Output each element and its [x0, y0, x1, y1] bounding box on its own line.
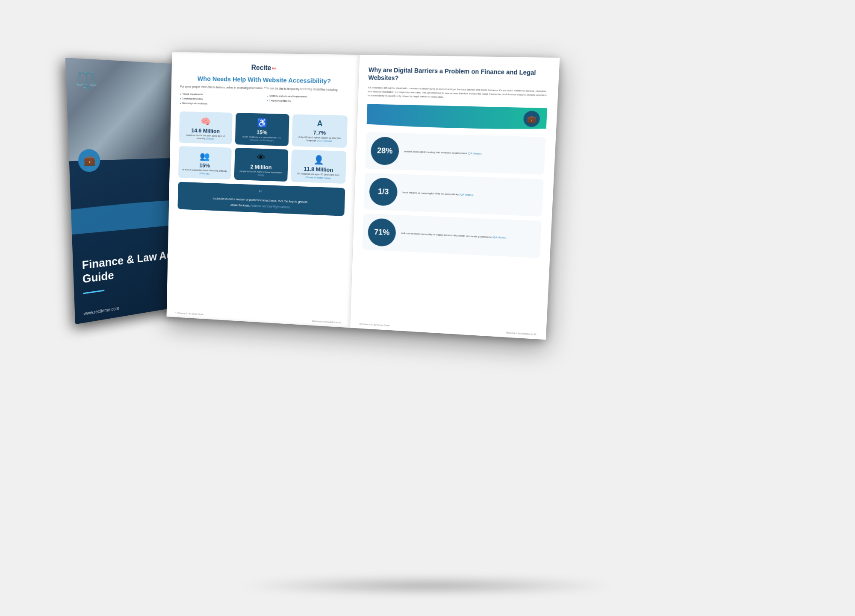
stat-card-2: ♿ 15% of UK residents are neurodiverse (… — [235, 113, 289, 146]
stat-circle-desc-1: embed accessibility testing into softwar… — [404, 150, 482, 156]
tagline-right: Believing in Accessibility for All — [506, 331, 536, 335]
stat-card-1: 🧠 14.6 Million people in the UK live wit… — [179, 111, 233, 144]
stat-number-1: 14.6 Million — [183, 127, 229, 134]
right-page-body: It's incredibly difficult for disabled c… — [368, 86, 548, 102]
stat-circle-number-1: 28% — [377, 147, 393, 156]
stat-desc-6: UK residents are aged 65 years and over … — [294, 172, 342, 180]
stat-desc-1: people in the UK live with some form of … — [182, 134, 228, 141]
stat-number-4: 15% — [182, 162, 228, 169]
elder-icon: 👤 — [295, 154, 343, 166]
stat-circle-row-2: 1/3 have reliable or meaningful KPIs for… — [364, 173, 544, 217]
page-number-left: 4 | Finance & Law Sector Guide — [175, 311, 203, 316]
stat-card-5: 👁 2 Million people in the UK have a visu… — [234, 148, 288, 182]
bullet-dot: • — [180, 102, 181, 105]
stat-card-4: 👥 15% of the UK population have a learni… — [178, 146, 232, 179]
stat-circle-row-1: 28% embed accessibility testing into sof… — [365, 132, 546, 175]
right-page-footer: 5 | Finance & Law Sector Guide Believing… — [360, 323, 536, 336]
stat-card-3: A 7.7% of the UK don't speak English as … — [292, 114, 348, 148]
stat-circle-desc-2: have reliable or meaningful KPIs for acc… — [402, 191, 474, 197]
right-page-heading: Why are Digital Barriers a Problem on Fi… — [368, 66, 549, 85]
bullets-col-right: • Mobility and physical impairments • Li… — [267, 94, 348, 110]
wave-decoration: 💼 — [367, 104, 547, 131]
stat-circle-number-2: 1/3 — [378, 187, 389, 197]
stat-desc-4: of the UK population have a learning dif… — [182, 168, 228, 176]
stat-desc-5: people in the UK have a visual impairmen… — [237, 170, 284, 178]
bullet-dot: • — [180, 93, 181, 96]
bullet-item: • Learning difficulties — [180, 97, 259, 102]
stat-number-2: 15% — [239, 129, 286, 136]
brain-icon: 🧠 — [183, 116, 229, 127]
wallet-icon-right: 💼 — [523, 111, 540, 127]
stat-card-6: 👤 11.8 Million UK residents are aged 65 … — [291, 150, 346, 184]
bullet-dot: • — [267, 94, 268, 98]
scene: ⚖️ 💼 Finance & Law Accessibility Guide w… — [43, 30, 812, 586]
left-page-heading: Who Needs Help With Website Accessibilit… — [180, 74, 349, 85]
stat-circle-desc-3: indicate no clear ownership of digital a… — [401, 232, 507, 240]
stat-number-3: 7.7% — [295, 129, 344, 136]
recite-logo: Reciteme — [180, 63, 349, 73]
stat-circle-row-3: 71% indicate no clear ownership of digit… — [362, 214, 542, 258]
bullet-dot: • — [180, 97, 181, 100]
page-number-right: 5 | Finance & Law Sector Guide — [360, 323, 389, 327]
stat-desc-3: of the UK don't speak English as their f… — [295, 136, 344, 144]
cover-divider — [83, 290, 104, 294]
people-icon: 👥 — [182, 150, 228, 162]
bullet-dot: • — [267, 99, 268, 103]
right-page: Why are Digital Barriers a Problem on Fi… — [350, 55, 560, 340]
quote-box: " Inclusion is not a matter of political… — [177, 182, 345, 216]
bullets-col-left: • Visual impairments • Learning difficul… — [180, 93, 259, 109]
cover-wallet-icon: 💼 — [78, 149, 100, 173]
left-page-subtext: For some people there can be barriers on… — [180, 85, 349, 92]
bullets-row: • Visual impairments • Learning difficul… — [180, 93, 348, 111]
eye-icon: 👁 — [238, 152, 285, 163]
bullet-item: • Visual impairments — [180, 93, 259, 98]
stat-circle-3: 71% — [368, 218, 397, 247]
bullet-item: • Neurological conditions — [180, 102, 259, 107]
stat-circle-1: 28% — [370, 137, 399, 166]
stat-desc-2: of UK residents are neurodiverse (The Un… — [238, 135, 285, 143]
stat-circle-2: 1/3 — [369, 178, 398, 207]
logo-text: Reciteme — [251, 64, 276, 72]
bullet-item: • Linguistic problems — [267, 99, 348, 104]
book-spread: Reciteme Who Needs Help With Website Acc… — [166, 52, 560, 340]
bullet-item: • Mobility and physical impairments — [267, 94, 348, 100]
left-page: Reciteme Who Needs Help With Website Acc… — [166, 52, 360, 328]
stat-number-5: 2 Million — [238, 164, 285, 171]
tagline-left: Believing in Accessibility for All — [312, 320, 341, 324]
wheelchair-icon: ♿ — [239, 117, 286, 129]
book-shadow — [235, 577, 620, 594]
left-page-footer: 4 | Finance & Law Sector Guide Believing… — [175, 311, 341, 324]
letter-icon: A — [296, 119, 344, 129]
stat-circle-number-3: 71% — [374, 228, 390, 238]
stat-number-6: 11.8 Million — [295, 166, 342, 173]
balance-icon: ⚖️ — [75, 67, 98, 90]
stats-grid: 🧠 14.6 Million people in the UK live wit… — [178, 111, 348, 184]
